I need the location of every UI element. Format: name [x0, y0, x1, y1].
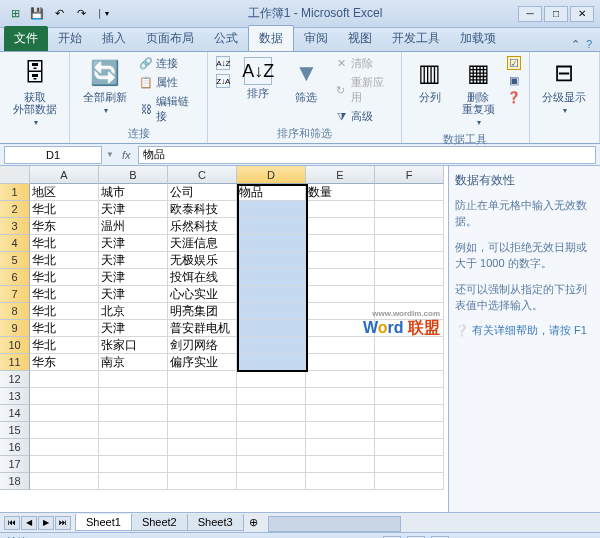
cell[interactable]: [99, 456, 168, 473]
cell[interactable]: 华东: [30, 354, 99, 371]
cell[interactable]: [237, 456, 306, 473]
tab-review[interactable]: 审阅: [294, 26, 338, 51]
cell[interactable]: [168, 388, 237, 405]
cell[interactable]: 公司: [168, 184, 237, 201]
cell[interactable]: [168, 371, 237, 388]
cell[interactable]: [237, 473, 306, 490]
cell[interactable]: [306, 286, 375, 303]
cell[interactable]: 南京: [99, 354, 168, 371]
cell[interactable]: 温州: [99, 218, 168, 235]
cell[interactable]: [375, 439, 444, 456]
cell[interactable]: [306, 337, 375, 354]
sheet-next-button[interactable]: ▶: [38, 516, 54, 530]
namebox-dropdown-icon[interactable]: ▼: [106, 150, 114, 159]
qat-dropdown-icon[interactable]: │: [94, 5, 112, 23]
cell[interactable]: [375, 252, 444, 269]
cell[interactable]: [237, 354, 306, 371]
cell[interactable]: [375, 456, 444, 473]
cell[interactable]: [99, 422, 168, 439]
row-header[interactable]: 17: [0, 456, 30, 473]
cell[interactable]: [306, 252, 375, 269]
cell[interactable]: 华北: [30, 235, 99, 252]
row-header[interactable]: 3: [0, 218, 30, 235]
tab-formula[interactable]: 公式: [204, 26, 248, 51]
filter-button[interactable]: ▼ 筛选: [284, 55, 328, 105]
cell[interactable]: 心心实业: [168, 286, 237, 303]
cell[interactable]: [375, 201, 444, 218]
clear-filter-button[interactable]: ✕清除: [332, 55, 394, 72]
column-header-B[interactable]: B: [99, 166, 168, 184]
cell[interactable]: 地区: [30, 184, 99, 201]
cell[interactable]: 华东: [30, 218, 99, 235]
column-header-D[interactable]: D: [237, 166, 306, 184]
cell[interactable]: 华北: [30, 303, 99, 320]
cell[interactable]: 天涯信息: [168, 235, 237, 252]
cell[interactable]: [306, 439, 375, 456]
sheet-tab-2[interactable]: Sheet2: [131, 514, 188, 531]
cell[interactable]: [375, 337, 444, 354]
cell[interactable]: [237, 269, 306, 286]
properties-button[interactable]: 📋属性: [137, 74, 201, 91]
sort-asc-button[interactable]: A↓Z: [214, 55, 232, 71]
cell[interactable]: [30, 456, 99, 473]
cell[interactable]: 天津: [99, 235, 168, 252]
cell[interactable]: [375, 184, 444, 201]
tab-layout[interactable]: 页面布局: [136, 26, 204, 51]
column-header-A[interactable]: A: [30, 166, 99, 184]
row-header[interactable]: 11: [0, 354, 30, 371]
sheet-first-button[interactable]: ⏮: [4, 516, 20, 530]
cell[interactable]: [237, 235, 306, 252]
row-header[interactable]: 12: [0, 371, 30, 388]
cell[interactable]: [306, 388, 375, 405]
cell[interactable]: 天津: [99, 201, 168, 218]
tab-insert[interactable]: 插入: [92, 26, 136, 51]
connections-button[interactable]: 🔗连接: [137, 55, 201, 72]
cell[interactable]: [30, 405, 99, 422]
cell[interactable]: [375, 473, 444, 490]
ribbon-minimize-icon[interactable]: ⌃: [571, 38, 580, 51]
save-icon[interactable]: 💾: [28, 5, 46, 23]
cell[interactable]: 华北: [30, 269, 99, 286]
column-header-E[interactable]: E: [306, 166, 375, 184]
name-box[interactable]: D1: [4, 146, 102, 164]
sheet-tab-1[interactable]: Sheet1: [75, 514, 132, 531]
outline-button[interactable]: ⊟ 分级显示: [536, 55, 593, 119]
minimize-button[interactable]: ─: [518, 6, 542, 22]
cell[interactable]: [306, 201, 375, 218]
cell[interactable]: [237, 286, 306, 303]
cell[interactable]: [306, 473, 375, 490]
cell[interactable]: 华北: [30, 286, 99, 303]
tab-file[interactable]: 文件: [4, 26, 48, 51]
cell[interactable]: [237, 422, 306, 439]
cell[interactable]: [237, 303, 306, 320]
redo-icon[interactable]: ↷: [72, 5, 90, 23]
cell[interactable]: [99, 473, 168, 490]
cell[interactable]: 城市: [99, 184, 168, 201]
cell[interactable]: [237, 439, 306, 456]
cell[interactable]: [306, 371, 375, 388]
cell[interactable]: [168, 456, 237, 473]
cell[interactable]: [237, 388, 306, 405]
cell[interactable]: 华北: [30, 320, 99, 337]
row-header[interactable]: 18: [0, 473, 30, 490]
cell[interactable]: [99, 405, 168, 422]
row-header[interactable]: 6: [0, 269, 30, 286]
tab-data[interactable]: 数据: [248, 25, 294, 51]
row-header[interactable]: 10: [0, 337, 30, 354]
cell[interactable]: 投饵在线: [168, 269, 237, 286]
horizontal-scrollbar[interactable]: [268, 516, 596, 530]
fx-icon[interactable]: fx: [114, 149, 139, 161]
cell[interactable]: [30, 422, 99, 439]
new-sheet-button[interactable]: ⊕: [243, 516, 264, 529]
cell[interactable]: [375, 405, 444, 422]
cell[interactable]: [168, 422, 237, 439]
row-header[interactable]: 4: [0, 235, 30, 252]
cell[interactable]: [99, 371, 168, 388]
row-header[interactable]: 7: [0, 286, 30, 303]
cell[interactable]: [168, 473, 237, 490]
row-header[interactable]: 14: [0, 405, 30, 422]
cell[interactable]: [375, 235, 444, 252]
cell[interactable]: [30, 388, 99, 405]
cell[interactable]: 华北: [30, 252, 99, 269]
cell[interactable]: 欧泰科技: [168, 201, 237, 218]
